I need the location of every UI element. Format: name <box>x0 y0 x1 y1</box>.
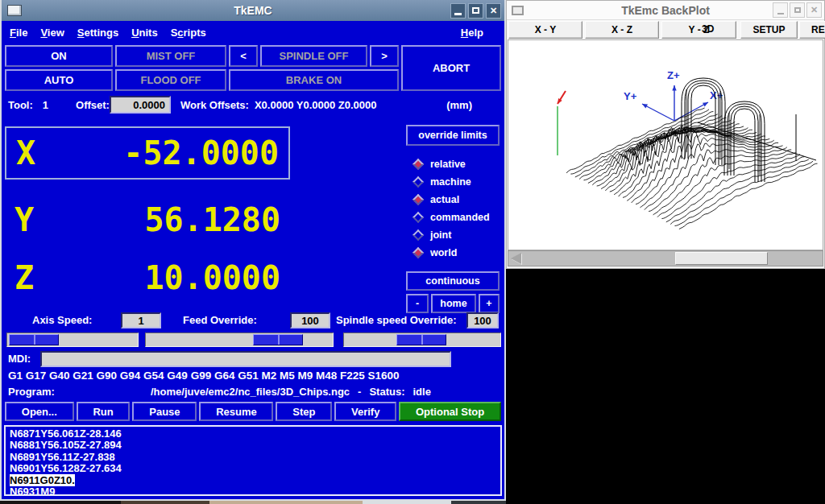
listing-line: N6891Y56.11Z-27.838 <box>10 452 496 463</box>
desktop-sliver <box>0 501 506 504</box>
spindle-override-label: Spindle speed Override: <box>336 314 457 326</box>
axis-speed-slider-handle[interactable] <box>9 334 59 345</box>
run-button[interactable]: Run <box>77 402 131 421</box>
menu-view[interactable]: View <box>40 27 64 39</box>
axis-speed-field[interactable]: 1 <box>121 312 161 328</box>
backplot-titlebar: TkEmc BackPlot ✕ <box>507 1 824 20</box>
radio-joint[interactable]: joint <box>412 226 490 244</box>
tkemc-window-title: TkEMC <box>2 4 504 17</box>
resume-button[interactable]: Resume <box>199 402 273 421</box>
backplot-3d-canvas[interactable]: Z+Y+X+ <box>508 39 823 250</box>
reset-button[interactable]: RESET <box>799 21 825 39</box>
setup-button[interactable]: SETUP <box>740 21 798 39</box>
axis-row-x[interactable]: X -52.0000 <box>5 126 290 180</box>
feed-override-slider-handle[interactable] <box>253 334 303 345</box>
radio-label: machine <box>430 176 471 188</box>
tab-yz[interactable]: Y - Z <box>661 21 736 39</box>
scroll-left-arrow-icon[interactable] <box>511 253 521 264</box>
flood-button[interactable]: FLOOD OFF <box>115 69 226 91</box>
program-listing[interactable]: N6871Y56.061Z-28.146N6881Y56.105Z-27.894… <box>4 425 502 496</box>
listing-line: N6901Y56.128Z-27.634 <box>10 463 496 474</box>
radio-diamond-icon[interactable] <box>412 212 424 223</box>
abort-button[interactable]: ABORT <box>401 45 501 91</box>
radio-diamond-icon[interactable] <box>412 229 424 241</box>
radio-commanded[interactable]: commanded <box>412 209 490 226</box>
mist-button[interactable]: MIST OFF <box>115 45 226 67</box>
speed-row: Axis Speed: 1 Feed Override: 100 Spindle… <box>2 312 504 331</box>
jog-mode-menubutton[interactable]: continuous <box>406 271 500 291</box>
radio-diamond-icon[interactable] <box>412 194 424 205</box>
step-button[interactable]: Step <box>276 402 332 421</box>
optional-stop-button[interactable]: Optional Stop <box>399 402 501 421</box>
jog-plus-button[interactable]: + <box>479 294 500 313</box>
svg-text:Z+: Z+ <box>667 69 680 81</box>
mdi-input[interactable] <box>40 351 451 367</box>
radio-label: joint <box>430 229 451 241</box>
feed-override-slider[interactable] <box>145 333 334 347</box>
spindle-override-slider[interactable] <box>343 333 501 347</box>
radio-relative[interactable]: relative <box>412 155 490 173</box>
radio-diamond-icon[interactable] <box>412 247 424 258</box>
tab-xy[interactable]: X - Y <box>508 21 582 39</box>
backplot-view-tabs: X - Y X - Z Y - Z 3D SETUP RESET <box>507 20 824 39</box>
radio-label: world <box>430 247 457 258</box>
units-label: (mm) <box>446 99 472 111</box>
tool-label: Tool: <box>8 99 33 111</box>
home-button[interactable]: home <box>431 294 476 313</box>
pause-button[interactable]: Pause <box>132 402 197 421</box>
slider-row <box>2 333 504 349</box>
svg-text:Y+: Y+ <box>624 90 637 102</box>
menu-help[interactable]: Help <box>461 27 483 39</box>
backplot-wireframe: Z+Y+X+ <box>508 40 824 250</box>
status-label: Status: <box>369 386 404 398</box>
mode-auto-button[interactable]: AUTO <box>5 69 113 91</box>
axis-speed-label: Axis Speed: <box>32 314 92 326</box>
radio-diamond-icon[interactable] <box>412 176 424 188</box>
axis-row-z[interactable]: Z 10.0000 <box>5 255 290 300</box>
status-value: idle <box>413 386 431 398</box>
radio-label: actual <box>430 194 459 205</box>
tab-3d-active[interactable]: 3D <box>702 23 714 35</box>
axis-speed-slider[interactable] <box>6 333 139 347</box>
jog-minus-button[interactable]: - <box>406 294 429 313</box>
tool-status-row: Tool: 1 Offset: 0.0000 Work Offsets: X0.… <box>2 93 504 117</box>
override-limits-button[interactable]: override limits <box>406 125 500 146</box>
spindle-slower-button[interactable]: < <box>229 45 258 67</box>
menu-units[interactable]: Units <box>131 27 158 39</box>
spindle-faster-button[interactable]: > <box>370 45 399 67</box>
machine-button-grid: ON MIST OFF < SPINDLE OFF > ABORT AUTO F… <box>2 43 504 93</box>
tool-offset-field[interactable]: 0.0000 <box>110 96 171 114</box>
program-dash: - <box>358 386 361 398</box>
listing-line: N6871Y56.061Z-28.146 <box>10 428 496 440</box>
backplot-hscrollbar-thumb[interactable] <box>675 252 768 265</box>
radio-machine[interactable]: machine <box>412 173 490 191</box>
tkemc-titlebar: TkEMC ✕ <box>2 0 504 21</box>
backplot-hscrollbar[interactable] <box>508 250 823 266</box>
feed-override-field[interactable]: 100 <box>290 312 330 328</box>
listing-line: N6911G0Z10. <box>10 475 496 486</box>
power-on-button[interactable]: ON <box>5 45 113 67</box>
menu-file[interactable]: File <box>10 27 27 39</box>
menu-settings[interactable]: Settings <box>77 27 118 39</box>
radio-label: relative <box>430 159 466 170</box>
radio-world[interactable]: world <box>412 244 490 262</box>
spindle-override-slider-handle[interactable] <box>396 334 446 345</box>
menubar: FileViewSettingsUnitsScripts Help <box>2 21 504 43</box>
spindle-override-field[interactable]: 100 <box>466 312 499 328</box>
listing-line: N6931M9 <box>10 486 496 496</box>
tab-xz[interactable]: X - Z <box>585 21 659 39</box>
axis-row-y[interactable]: Y 56.1280 <box>5 197 290 242</box>
open-button[interactable]: Open... <box>5 402 74 421</box>
radio-diamond-icon[interactable] <box>412 159 424 170</box>
radio-label: commanded <box>430 212 490 223</box>
brake-button[interactable]: BRAKE ON <box>229 69 399 91</box>
menu-scripts[interactable]: Scripts <box>171 27 206 39</box>
offset-label: Offset: <box>76 99 110 111</box>
feed-override-label: Feed Override: <box>183 314 257 326</box>
radio-actual[interactable]: actual <box>412 191 490 209</box>
verify-button[interactable]: Verify <box>334 402 396 421</box>
work-offsets-value: X0.0000 Y0.0000 Z0.0000 <box>255 99 377 111</box>
program-label: Program: <box>8 386 55 398</box>
spindle-button[interactable]: SPINDLE OFF <box>260 45 367 67</box>
program-status-row: Program: /home/juve/emc2/nc_files/3D_Chi… <box>2 384 504 400</box>
